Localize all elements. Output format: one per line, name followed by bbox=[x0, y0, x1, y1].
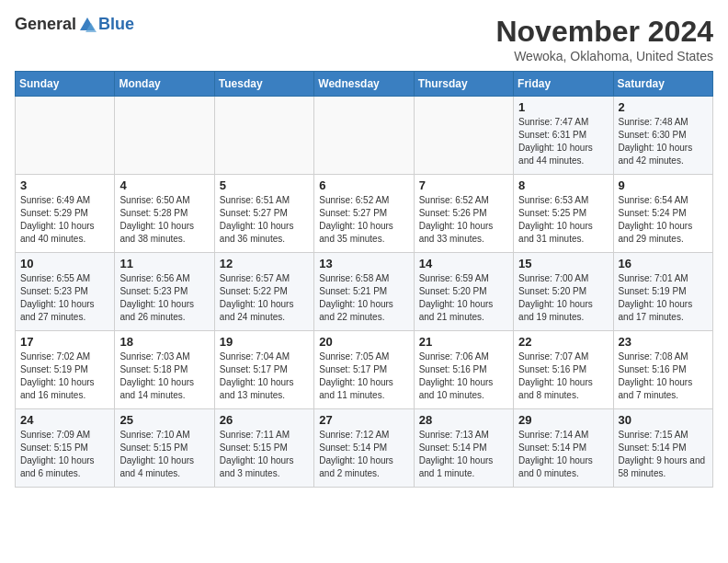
calendar-day-cell bbox=[314, 97, 414, 175]
weekday-header-friday: Friday bbox=[514, 72, 613, 97]
day-number: 25 bbox=[119, 413, 209, 427]
calendar: SundayMondayTuesdayWednesdayThursdayFrid… bbox=[15, 71, 713, 488]
day-info: Sunrise: 6:56 AM Sunset: 5:23 PM Dayligh… bbox=[119, 272, 209, 324]
weekday-header-row: SundayMondayTuesdayWednesdayThursdayFrid… bbox=[16, 72, 713, 97]
day-number: 13 bbox=[319, 257, 408, 270]
calendar-day-cell: 19Sunrise: 7:04 AM Sunset: 5:17 PM Dayli… bbox=[214, 331, 313, 409]
logo-blue: Blue bbox=[98, 15, 134, 34]
calendar-day-cell: 8Sunrise: 6:53 AM Sunset: 5:25 PM Daylig… bbox=[514, 175, 613, 253]
day-info: Sunrise: 7:10 AM Sunset: 5:15 PM Dayligh… bbox=[119, 429, 209, 480]
day-info: Sunrise: 7:47 AM Sunset: 6:31 PM Dayligh… bbox=[518, 116, 608, 167]
calendar-day-cell: 10Sunrise: 6:55 AM Sunset: 5:23 PM Dayli… bbox=[16, 253, 115, 331]
day-info: Sunrise: 6:57 AM Sunset: 5:22 PM Dayligh… bbox=[220, 272, 309, 324]
day-info: Sunrise: 7:13 AM Sunset: 5:14 PM Dayligh… bbox=[419, 429, 508, 480]
day-info: Sunrise: 6:52 AM Sunset: 5:27 PM Dayligh… bbox=[319, 194, 408, 246]
day-number: 28 bbox=[419, 413, 508, 427]
day-info: Sunrise: 7:00 AM Sunset: 5:20 PM Dayligh… bbox=[518, 272, 608, 324]
day-number: 14 bbox=[419, 257, 508, 270]
calendar-day-cell: 23Sunrise: 7:08 AM Sunset: 5:16 PM Dayli… bbox=[613, 331, 712, 409]
day-info: Sunrise: 7:12 AM Sunset: 5:14 PM Dayligh… bbox=[319, 429, 408, 480]
day-number: 29 bbox=[518, 413, 608, 427]
calendar-week-row: 24Sunrise: 7:09 AM Sunset: 5:15 PM Dayli… bbox=[16, 409, 713, 488]
day-number: 10 bbox=[20, 257, 109, 270]
day-info: Sunrise: 6:52 AM Sunset: 5:26 PM Dayligh… bbox=[419, 194, 508, 246]
calendar-day-cell: 14Sunrise: 6:59 AM Sunset: 5:20 PM Dayli… bbox=[414, 253, 513, 331]
calendar-day-cell: 26Sunrise: 7:11 AM Sunset: 5:15 PM Dayli… bbox=[214, 409, 313, 488]
day-number: 17 bbox=[20, 335, 109, 349]
calendar-day-cell: 16Sunrise: 7:01 AM Sunset: 5:19 PM Dayli… bbox=[613, 253, 712, 331]
month-title: November 2024 bbox=[495, 15, 713, 49]
day-info: Sunrise: 7:03 AM Sunset: 5:18 PM Dayligh… bbox=[119, 350, 209, 402]
day-info: Sunrise: 7:15 AM Sunset: 5:14 PM Dayligh… bbox=[619, 429, 708, 480]
day-info: Sunrise: 7:05 AM Sunset: 5:17 PM Dayligh… bbox=[319, 350, 408, 402]
day-info: Sunrise: 6:49 AM Sunset: 5:29 PM Dayligh… bbox=[20, 194, 109, 246]
day-number: 11 bbox=[119, 257, 209, 270]
day-number: 5 bbox=[220, 178, 309, 192]
calendar-day-cell bbox=[16, 97, 115, 175]
day-info: Sunrise: 6:54 AM Sunset: 5:24 PM Dayligh… bbox=[619, 194, 708, 246]
weekday-header-monday: Monday bbox=[115, 72, 214, 97]
calendar-week-row: 17Sunrise: 7:02 AM Sunset: 5:19 PM Dayli… bbox=[16, 331, 713, 409]
day-info: Sunrise: 6:53 AM Sunset: 5:25 PM Dayligh… bbox=[518, 194, 608, 246]
calendar-day-cell: 11Sunrise: 6:56 AM Sunset: 5:23 PM Dayli… bbox=[115, 253, 214, 331]
calendar-week-row: 3Sunrise: 6:49 AM Sunset: 5:29 PM Daylig… bbox=[16, 175, 713, 253]
day-number: 16 bbox=[619, 257, 708, 270]
calendar-day-cell: 4Sunrise: 6:50 AM Sunset: 5:28 PM Daylig… bbox=[115, 175, 214, 253]
day-info: Sunrise: 7:04 AM Sunset: 5:17 PM Dayligh… bbox=[220, 350, 309, 402]
calendar-day-cell: 28Sunrise: 7:13 AM Sunset: 5:14 PM Dayli… bbox=[414, 409, 513, 488]
weekday-header-thursday: Thursday bbox=[414, 72, 513, 97]
day-info: Sunrise: 7:48 AM Sunset: 6:30 PM Dayligh… bbox=[619, 116, 708, 167]
calendar-day-cell: 24Sunrise: 7:09 AM Sunset: 5:15 PM Dayli… bbox=[16, 409, 115, 488]
calendar-day-cell: 25Sunrise: 7:10 AM Sunset: 5:15 PM Dayli… bbox=[115, 409, 214, 488]
day-info: Sunrise: 6:51 AM Sunset: 5:27 PM Dayligh… bbox=[220, 194, 309, 246]
calendar-day-cell bbox=[214, 97, 313, 175]
calendar-day-cell: 1Sunrise: 7:47 AM Sunset: 6:31 PM Daylig… bbox=[514, 97, 613, 175]
day-number: 15 bbox=[518, 257, 608, 270]
day-number: 2 bbox=[619, 100, 708, 114]
calendar-day-cell bbox=[115, 97, 214, 175]
day-number: 7 bbox=[419, 178, 508, 192]
logo: General Blue bbox=[15, 15, 134, 34]
day-number: 9 bbox=[619, 178, 708, 192]
calendar-day-cell: 29Sunrise: 7:14 AM Sunset: 5:14 PM Dayli… bbox=[514, 409, 613, 488]
day-info: Sunrise: 7:14 AM Sunset: 5:14 PM Dayligh… bbox=[518, 429, 608, 480]
day-number: 18 bbox=[119, 335, 209, 349]
day-number: 21 bbox=[419, 335, 508, 349]
day-number: 8 bbox=[518, 178, 608, 192]
calendar-day-cell: 20Sunrise: 7:05 AM Sunset: 5:17 PM Dayli… bbox=[314, 331, 414, 409]
weekday-header-tuesday: Tuesday bbox=[214, 72, 313, 97]
calendar-day-cell: 3Sunrise: 6:49 AM Sunset: 5:29 PM Daylig… bbox=[16, 175, 115, 253]
day-number: 26 bbox=[220, 413, 309, 427]
day-number: 19 bbox=[220, 335, 309, 349]
title-section: November 2024 Wewoka, Oklahoma, United S… bbox=[495, 15, 713, 63]
day-info: Sunrise: 7:08 AM Sunset: 5:16 PM Dayligh… bbox=[619, 350, 708, 402]
calendar-day-cell: 27Sunrise: 7:12 AM Sunset: 5:14 PM Dayli… bbox=[314, 409, 414, 488]
calendar-day-cell: 12Sunrise: 6:57 AM Sunset: 5:22 PM Dayli… bbox=[214, 253, 313, 331]
calendar-day-cell: 18Sunrise: 7:03 AM Sunset: 5:18 PM Dayli… bbox=[115, 331, 214, 409]
day-info: Sunrise: 7:11 AM Sunset: 5:15 PM Dayligh… bbox=[220, 429, 309, 480]
day-number: 12 bbox=[220, 257, 309, 270]
day-info: Sunrise: 6:58 AM Sunset: 5:21 PM Dayligh… bbox=[319, 272, 408, 324]
calendar-day-cell: 21Sunrise: 7:06 AM Sunset: 5:16 PM Dayli… bbox=[414, 331, 513, 409]
header: General Blue November 2024 Wewoka, Oklah… bbox=[15, 15, 713, 63]
day-info: Sunrise: 6:50 AM Sunset: 5:28 PM Dayligh… bbox=[119, 194, 209, 246]
day-info: Sunrise: 6:59 AM Sunset: 5:20 PM Dayligh… bbox=[419, 272, 508, 324]
day-info: Sunrise: 7:06 AM Sunset: 5:16 PM Dayligh… bbox=[419, 350, 508, 402]
day-info: Sunrise: 7:02 AM Sunset: 5:19 PM Dayligh… bbox=[20, 350, 109, 402]
calendar-day-cell: 5Sunrise: 6:51 AM Sunset: 5:27 PM Daylig… bbox=[214, 175, 313, 253]
day-number: 23 bbox=[619, 335, 708, 349]
day-number: 20 bbox=[319, 335, 408, 349]
logo-icon bbox=[78, 16, 97, 34]
calendar-day-cell bbox=[414, 97, 513, 175]
location: Wewoka, Oklahoma, United States bbox=[495, 49, 713, 63]
day-info: Sunrise: 6:55 AM Sunset: 5:23 PM Dayligh… bbox=[20, 272, 109, 324]
day-number: 1 bbox=[518, 100, 608, 114]
day-info: Sunrise: 7:01 AM Sunset: 5:19 PM Dayligh… bbox=[619, 272, 708, 324]
calendar-day-cell: 15Sunrise: 7:00 AM Sunset: 5:20 PM Dayli… bbox=[514, 253, 613, 331]
day-info: Sunrise: 7:09 AM Sunset: 5:15 PM Dayligh… bbox=[20, 429, 109, 480]
calendar-day-cell: 17Sunrise: 7:02 AM Sunset: 5:19 PM Dayli… bbox=[16, 331, 115, 409]
logo-general: General bbox=[15, 15, 76, 34]
day-number: 27 bbox=[319, 413, 408, 427]
calendar-day-cell: 6Sunrise: 6:52 AM Sunset: 5:27 PM Daylig… bbox=[314, 175, 414, 253]
calendar-day-cell: 9Sunrise: 6:54 AM Sunset: 5:24 PM Daylig… bbox=[613, 175, 712, 253]
